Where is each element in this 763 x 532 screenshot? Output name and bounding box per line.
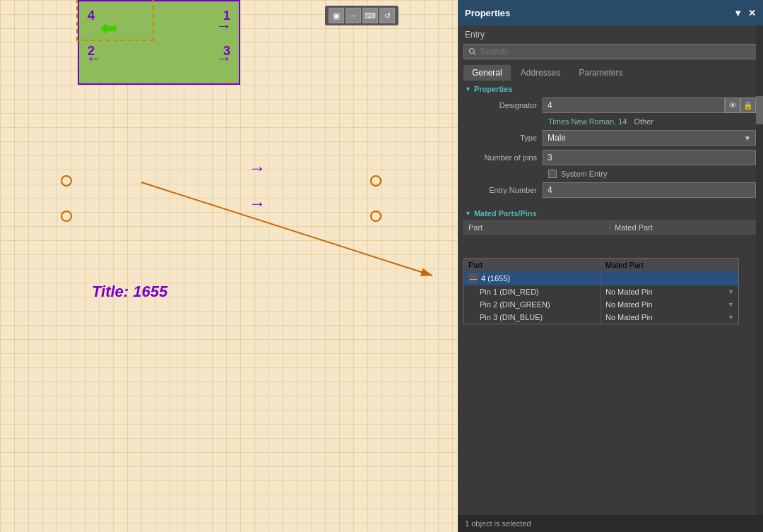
search-icon	[468, 47, 477, 56]
designator-value[interactable]: 4	[543, 97, 725, 113]
mated-col-mated-header: Mated Part	[610, 221, 757, 234]
tab-addresses[interactable]: Addresses	[512, 65, 569, 81]
mated-dropdown-col-header: Part Mated Part	[464, 259, 738, 271]
font-other: Other	[634, 117, 653, 126]
mated-dropdown: Part Mated Part — 4 (1655) Pin 1 (DIN_RE…	[463, 258, 739, 324]
mated-drop-part-col: Part	[464, 259, 601, 271]
mated-list-row-3[interactable]: Pin 3 (DIN_BLUE) No Mated Pin ▼	[464, 311, 738, 324]
component-body[interactable]: 4 1 2 3 ⬅ ← → →	[78, 0, 240, 85]
pin-circle-right-1	[370, 175, 382, 187]
props-header-label: Properties	[474, 85, 512, 93]
entry-number-value[interactable]: 4	[543, 182, 756, 198]
mated-drop-mated-col: Mated Part	[601, 259, 738, 271]
pin-num-4: 4	[88, 8, 95, 23]
toolbar-btn-3[interactable]: ⌨	[362, 8, 378, 23]
pin-arrow-right-1: →	[249, 158, 266, 178]
font-row: Times New Roman, 14 Other	[465, 117, 756, 126]
mated-drop-mated-label: Mated Part	[605, 261, 644, 269]
collapse-btn-0[interactable]: —	[468, 273, 478, 283]
props-section: ▼ Properties Designator 4 👁 🔒 Times New …	[458, 81, 763, 206]
mated-list-row-1[interactable]: Pin 1 (DIN_RED) No Mated Pin ▼	[464, 285, 738, 298]
mated-part-label-2: Pin 2 (DIN_GREEN)	[480, 300, 550, 309]
arrow-green-icon: ⬅	[100, 17, 117, 40]
mated-mated-label-1: No Mated Pin	[605, 288, 653, 296]
entry-number-label: Entry Number	[465, 186, 543, 194]
font-label: Times New Roman, 14	[548, 117, 627, 126]
mated-list-row-0[interactable]: — 4 (1655)	[464, 271, 738, 285]
designator-label: Designator	[465, 101, 543, 110]
designator-eye-btn[interactable]: 👁	[725, 97, 740, 113]
type-value: Male	[548, 133, 566, 143]
pin-circle-2	[61, 211, 72, 222]
system-entry-checkbox[interactable]	[548, 170, 557, 178]
panel-title: Properties	[465, 8, 510, 18]
mated-part-label-1: Pin 1 (DIN_RED)	[480, 288, 539, 296]
mated-triangle-icon: ▼	[465, 210, 471, 217]
pin-arrow-right-3: →	[249, 194, 266, 213]
tab-parameters[interactable]: Parameters	[570, 65, 631, 81]
num-pins-row: Number of pins 3	[465, 150, 756, 165]
status-bar: 1 object is selected	[458, 515, 763, 532]
mated-table: Part Mated Part	[463, 220, 757, 235]
toolbar: ▣ → ⌨ ↺	[325, 6, 398, 25]
panel-titlebar: Properties ▼ ✕	[458, 0, 763, 25]
mated-part-0: — 4 (1655)	[464, 271, 601, 285]
system-entry-row: System Entry	[465, 170, 756, 178]
mated-section-label: Mated Parts/Pins	[474, 209, 537, 218]
entry-number-row: Entry Number 4	[465, 182, 756, 198]
triangle-icon: ▼	[465, 85, 471, 93]
panel-close-icon[interactable]: ✕	[748, 8, 756, 18]
system-entry-label: System Entry	[561, 170, 607, 178]
mated-list-row-2[interactable]: Pin 2 (DIN_GREEN) No Mated Pin ▼	[464, 298, 738, 311]
mated-table-header: Part Mated Part	[464, 221, 757, 234]
type-dropdown-arrow: ▼	[744, 134, 751, 142]
mated-section-header: ▼ Mated Parts/Pins	[458, 206, 763, 220]
num-pins-label: Number of pins	[465, 153, 543, 162]
pin-circle-right-3	[370, 211, 382, 222]
panel-section-label: Entry	[458, 25, 763, 41]
mated-part-1: Pin 1 (DIN_RED)	[464, 285, 601, 298]
mated-drop-arrow-2[interactable]: ▼	[728, 301, 734, 308]
arrow-right-3-icon: →	[216, 49, 232, 68]
panel-scrollbar[interactable]	[756, 25, 763, 515]
pin-circle-4	[61, 175, 72, 187]
search-input[interactable]	[480, 47, 753, 57]
toolbar-btn-2[interactable]: →	[345, 8, 361, 23]
designator-row: Designator 4 👁 🔒	[465, 97, 756, 113]
toolbar-btn-1[interactable]: ▣	[329, 8, 344, 23]
mated-part-label-3: Pin 3 (DIN_BLUE)	[480, 313, 543, 321]
mated-part-3: Pin 3 (DIN_BLUE)	[464, 311, 601, 324]
properties-panel: Properties ▼ ✕ Entry General Addresses P…	[458, 0, 763, 532]
mated-mated-3: No Mated Pin ▼	[601, 311, 738, 324]
type-dropdown[interactable]: Male ▼	[543, 130, 756, 146]
mated-part-2: Pin 2 (DIN_GREEN)	[464, 298, 601, 311]
svg-point-2	[469, 49, 474, 54]
svg-line-1	[141, 182, 432, 276]
tabs-row: General Addresses Parameters	[458, 62, 763, 81]
properties-section-header: ▼ Properties	[465, 85, 756, 93]
mated-drop-arrow-1[interactable]: ▼	[728, 288, 734, 295]
num-pins-value[interactable]: 3	[543, 150, 756, 165]
search-container[interactable]	[463, 44, 757, 59]
mated-mated-2: No Mated Pin ▼	[601, 298, 738, 311]
panel-pin-icon[interactable]: ▼	[733, 8, 743, 18]
scrollbar-thumb[interactable]	[756, 96, 763, 124]
arrow-right-1-icon: →	[216, 17, 232, 35]
mated-col-part-header: Part	[464, 221, 610, 234]
type-row: Type Male ▼	[465, 130, 756, 146]
mated-mated-label-3: No Mated Pin	[605, 313, 653, 321]
type-label: Type	[465, 134, 543, 142]
mated-part-label-0: 4 (1655)	[481, 274, 510, 283]
mated-mated-1: No Mated Pin ▼	[601, 285, 738, 298]
status-text: 1 object is selected	[465, 519, 531, 528]
mated-mated-label-2: No Mated Pin	[605, 300, 653, 309]
svg-line-3	[474, 53, 476, 55]
designator-lock-btn[interactable]: 🔒	[740, 97, 756, 113]
toolbar-btn-4[interactable]: ↺	[379, 8, 395, 23]
arrow-left-purple-icon: ←	[86, 49, 102, 68]
mated-mated-0	[601, 276, 738, 280]
canvas-area: ▣ → ⌨ ↺ U1 4 1 2 3 ⬅ ← → → → → Title: 16…	[0, 0, 458, 532]
tab-general[interactable]: General	[463, 65, 511, 81]
mated-drop-arrow-3[interactable]: ▼	[728, 314, 734, 321]
component-title: Title: 1655	[92, 283, 167, 301]
